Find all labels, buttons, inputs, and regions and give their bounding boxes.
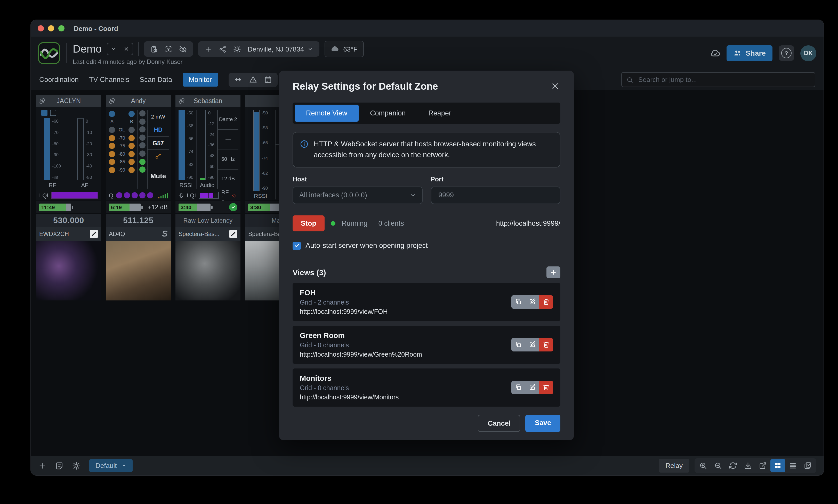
layer-selector[interactable]: Default [89, 459, 133, 472]
close-window-button[interactable] [38, 25, 44, 32]
zoom-window-button[interactable] [58, 25, 65, 32]
eye-off-icon[interactable] [179, 45, 187, 53]
calendar-icon[interactable] [264, 76, 272, 84]
add-icon[interactable] [38, 462, 47, 470]
host-select[interactable]: All interfaces (0.0.0.0) [293, 186, 422, 204]
edit-view-button[interactable] [525, 338, 539, 352]
external-link-icon[interactable] [755, 459, 770, 472]
rf1-label: RF 1 [221, 189, 228, 201]
checklist-icon[interactable] [800, 459, 815, 472]
locate-scan-icon[interactable] [165, 45, 172, 53]
refresh-icon[interactable] [725, 459, 740, 472]
location-selector[interactable]: Denville, NJ 07834 [248, 45, 313, 53]
battery-indicator: 6:19 [109, 203, 143, 211]
channel-strip-sebastian[interactable]: Sebastian -50 -58 -66 -74 [175, 95, 240, 301]
meter-divider [68, 110, 69, 188]
level-dot [139, 110, 146, 116]
warning-icon[interactable] [249, 76, 257, 84]
q-row: Q [106, 190, 171, 200]
gear-icon[interactable] [233, 45, 241, 53]
threshold-label: -85 [118, 160, 125, 165]
weather-widget[interactable]: 63°F [325, 41, 363, 57]
level-dot [109, 127, 115, 133]
add-view-button[interactable] [546, 266, 560, 278]
search-icon [627, 76, 633, 83]
copy-view-button[interactable] [511, 295, 525, 309]
project-dropdown-button[interactable] [107, 43, 120, 55]
tab-tv-channels[interactable]: TV Channels [89, 76, 129, 84]
tab-scan-data[interactable]: Scan Data [140, 76, 172, 84]
delete-view-button[interactable] [539, 295, 553, 309]
list-view-icon[interactable] [785, 459, 800, 472]
share-network-icon[interactable] [219, 45, 226, 53]
tab-remote-view[interactable]: Remote View [295, 105, 359, 122]
nav-tools-group [228, 72, 277, 87]
minimize-window-button[interactable] [48, 25, 54, 32]
cancel-button[interactable]: Cancel [478, 415, 520, 432]
device-row: AD4Q S [106, 227, 171, 241]
arrows-horizontal-icon[interactable] [234, 76, 242, 84]
scan-history-icon[interactable] [150, 45, 158, 53]
copy-view-button[interactable] [511, 338, 525, 352]
link-settings-column: Dante 2 — 60 Hz 12 dB [217, 110, 238, 188]
channel-header: JACLYN [36, 95, 101, 107]
help-button[interactable]: ? [779, 46, 794, 61]
edit-view-button[interactable] [525, 381, 539, 394]
lqi-row: LQI RF 1 [175, 190, 240, 200]
scale-tick: -58 [262, 125, 268, 130]
delete-view-button[interactable] [539, 381, 553, 394]
zoom-in-icon[interactable] [696, 459, 711, 472]
rf-meter: -60 -70 -80 -90 -100 -inf RF [38, 110, 67, 188]
add-icon[interactable] [204, 45, 212, 53]
info-text: HTTP & WebSocket server that hosts brows… [314, 139, 553, 161]
gear-icon[interactable] [72, 462, 81, 470]
tab-companion[interactable]: Companion [359, 105, 417, 122]
mute-button[interactable]: Mute [148, 163, 169, 188]
server-status-label: Running — 0 clients [342, 219, 404, 227]
project-block: Demo [73, 41, 704, 66]
channel-strip-jaclyn[interactable]: JACLYN -60 -70 [36, 95, 101, 301]
port-field-wrap [431, 186, 560, 204]
notes-icon[interactable] [55, 462, 64, 470]
view-url: http://localhost:9999/view/FOH [300, 308, 388, 316]
header-divider [66, 43, 67, 63]
search-box [621, 72, 815, 87]
view-meta: Grid - 0 channels [300, 342, 422, 349]
share-button[interactable]: Share [726, 45, 772, 61]
edit-view-button[interactable] [525, 295, 539, 309]
tab-reaper[interactable]: Reaper [417, 105, 463, 122]
rssi-label: RSSI [254, 191, 267, 199]
scale-tick: -36 [208, 143, 215, 148]
chevron-down-icon [409, 192, 416, 198]
device-row: Spectera-Bas... [175, 227, 240, 241]
search-input[interactable] [637, 75, 810, 84]
canvas-tool-strip [695, 458, 816, 473]
delete-view-button[interactable] [539, 338, 553, 352]
battery-time: 11:49 [41, 204, 55, 210]
avatar[interactable]: DK [800, 45, 816, 61]
copy-view-button[interactable] [511, 381, 525, 394]
grid-view-icon[interactable] [770, 459, 785, 472]
stop-server-button[interactable]: Stop [293, 215, 325, 231]
port-label: Port [431, 176, 560, 183]
server-url-link[interactable]: http://localhost:9999/ [496, 219, 560, 227]
download-icon[interactable] [740, 459, 755, 472]
tab-coordination[interactable]: Coordination [39, 76, 79, 84]
project-close-button[interactable] [120, 43, 133, 55]
host-value: All interfaces (0.0.0.0) [299, 192, 367, 199]
close-icon[interactable] [550, 81, 560, 91]
save-button[interactable]: Save [526, 415, 560, 432]
channel-strip-andy[interactable]: Andy AB OL -70 -75 -80 -85 -90 [106, 95, 171, 301]
rf-scale: -60 -70 -80 -90 -100 -inf [52, 118, 61, 180]
threshold-label: -75 [118, 143, 125, 148]
device-row: EWDX2CH [36, 227, 101, 241]
level-dot [129, 111, 135, 117]
cloud-sync-icon[interactable] [711, 48, 720, 58]
tab-monitor[interactable]: Monitor [183, 73, 218, 87]
port-input[interactable] [437, 191, 554, 200]
autostart-checkbox[interactable] [293, 242, 301, 250]
key-icon [148, 150, 169, 163]
relay-button[interactable]: Relay [659, 458, 690, 472]
zoom-out-icon[interactable] [711, 459, 725, 472]
rssi-label: RSSI [179, 180, 192, 188]
